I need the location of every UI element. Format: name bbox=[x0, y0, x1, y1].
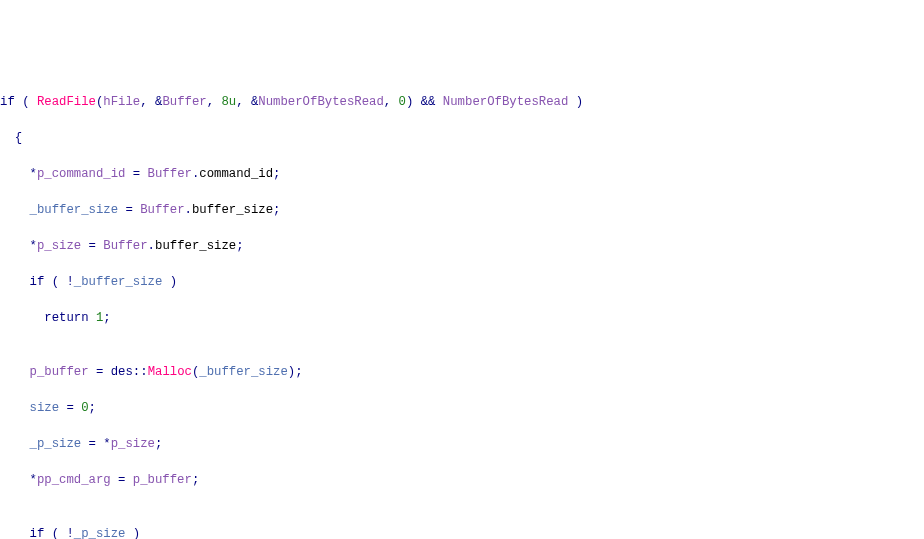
code-line: _buffer_size = Buffer.buffer_size; bbox=[0, 201, 924, 219]
code-line: if ( ReadFile(hFile, &Buffer, 8u, &Numbe… bbox=[0, 93, 924, 111]
code-block: if ( ReadFile(hFile, &Buffer, 8u, &Numbe… bbox=[0, 75, 924, 539]
code-line: *p_command_id = Buffer.command_id; bbox=[0, 165, 924, 183]
code-line: return 1; bbox=[0, 309, 924, 327]
code-line: if ( !_buffer_size ) bbox=[0, 273, 924, 291]
code-line: *pp_cmd_arg = p_buffer; bbox=[0, 471, 924, 489]
code-line: if ( !_p_size ) bbox=[0, 525, 924, 539]
code-line: p_buffer = des::Malloc(_buffer_size); bbox=[0, 363, 924, 381]
code-line: *p_size = Buffer.buffer_size; bbox=[0, 237, 924, 255]
code-line: size = 0; bbox=[0, 399, 924, 417]
code-line: _p_size = *p_size; bbox=[0, 435, 924, 453]
readfile-fn: ReadFile bbox=[37, 95, 96, 109]
malloc-fn: Malloc bbox=[148, 365, 192, 379]
code-line: { bbox=[0, 129, 924, 147]
